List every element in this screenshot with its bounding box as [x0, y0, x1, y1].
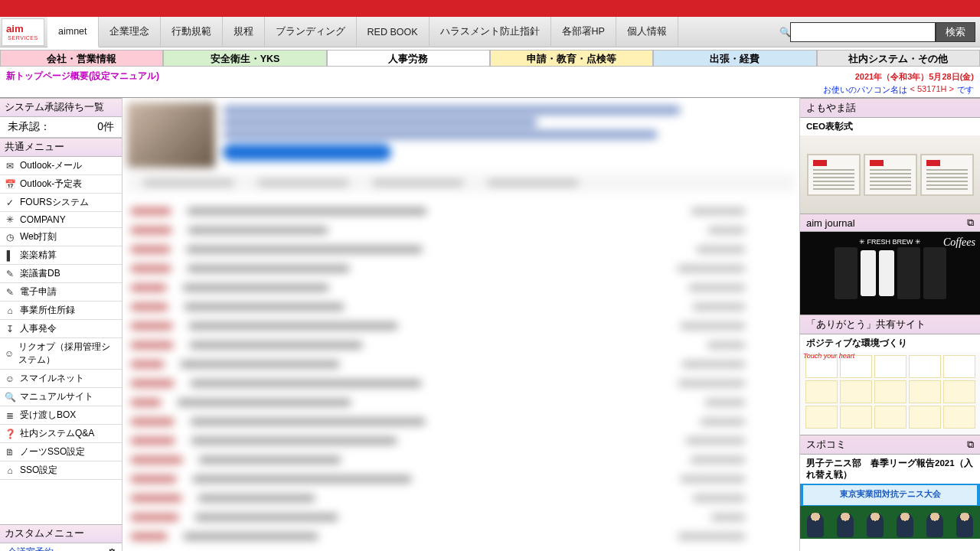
menu-icon: ✳ — [5, 214, 15, 225]
menu-icon: ✎ — [5, 287, 15, 298]
box-yomoyama-image[interactable] — [800, 135, 980, 214]
menu-icon: 🔍 — [5, 392, 15, 403]
common-menu-list: ✉Outlook-メール📅Outlook-予定表✓FOURSシステム✳COMPA… — [0, 157, 122, 480]
menu-icon: ✎ — [5, 269, 15, 279]
box-journal-header[interactable]: aim journal ⧉ — [800, 214, 980, 232]
box-sports-sub[interactable]: 男子テニス部 春季リーグ報告2021（入れ替え戦） — [800, 455, 980, 484]
cat-hr[interactable]: 人事労務 — [327, 50, 490, 67]
avatar — [127, 103, 215, 168]
cat-application[interactable]: 申請・教育・点検等 — [490, 50, 653, 67]
common-menu-item[interactable]: ▌楽楽精算 — [0, 246, 122, 265]
custom-menu-item[interactable]: 会議室予約 — [0, 543, 122, 551]
menu-icon: ✓ — [5, 197, 15, 208]
nav-tab-dept-hp[interactable]: 各部署HP — [551, 17, 616, 47]
search-button[interactable]: 検索 — [936, 22, 975, 42]
nav-tab-regulations[interactable]: 規程 — [223, 17, 265, 47]
pcname-value: < 53171H > — [910, 84, 955, 96]
menu-label: SSO設定 — [20, 464, 57, 477]
menu-icon: 🗎 — [5, 447, 15, 458]
custom-menu-header: カスタムメニュー — [0, 524, 122, 543]
cat-safety-yks[interactable]: 安全衛生・YKS — [163, 50, 326, 67]
box-yomoyama-header[interactable]: よもやま話 — [800, 98, 980, 118]
menu-label: 楽楽精算 — [20, 249, 57, 262]
left-column: システム承認待ち一覧 未承認： 0件 共通メニュー ✉Outlook-メール📅O… — [0, 98, 122, 551]
box-sports-header[interactable]: スポコミ ⧉ — [800, 435, 980, 455]
nav-tab-harassment[interactable]: ハラスメント防止指針 — [430, 17, 551, 47]
nav-tab-personal-info[interactable]: 個人情報 — [616, 17, 678, 47]
common-menu-item[interactable]: ☺リクオプ（採用管理システム） — [0, 338, 122, 370]
nav-tab-branding[interactable]: ブランディング — [265, 17, 357, 47]
box-sports-image[interactable]: 東京実業団対抗テニス大会 — [800, 484, 980, 539]
menu-label: Web打刻 — [20, 230, 57, 243]
coffee-brand: Coffees — [943, 236, 975, 249]
common-menu-item[interactable]: ✓FOURSシステム — [0, 194, 122, 212]
top-red-bar — [0, 0, 980, 17]
external-icon[interactable]: ⧉ — [967, 217, 974, 229]
approval-count: 0件 — [97, 120, 114, 134]
main-content-blurred: /*rows rendered below*/ — [122, 98, 800, 551]
right-column: よもやま話 CEO表彰式 aim journal ⧉ ✳ FRESH BREW … — [800, 98, 980, 551]
external-icon[interactable]: ⧉ — [967, 439, 974, 451]
common-menu-item[interactable]: ✎楽議書DB — [0, 265, 122, 283]
search-input[interactable] — [790, 22, 936, 42]
menu-label: ノーツSSO設定 — [20, 445, 85, 458]
common-menu-item[interactable]: ✳COMPANY — [0, 212, 122, 228]
common-menu-item[interactable]: 🗎ノーツSSO設定 — [0, 443, 122, 461]
box-yomoyama-sub[interactable]: CEO表彰式 — [800, 118, 980, 135]
approval-row[interactable]: 未承認： 0件 — [0, 117, 122, 138]
menu-icon: ✉ — [5, 161, 15, 171]
box-arigato-header[interactable]: 「ありがとう」共有サイト — [800, 315, 980, 334]
menu-icon: ◷ — [5, 232, 15, 243]
common-menu-item[interactable]: ☺スマイルネット — [0, 370, 122, 388]
approval-label: 未承認： — [8, 120, 51, 134]
manual-link[interactable]: 新トップページ概要(設定マニュアル) — [0, 68, 165, 84]
menu-label: 電子申請 — [20, 285, 57, 298]
nav-tab-redbook[interactable]: RED BOOK — [357, 17, 430, 47]
menu-icon: ↧ — [5, 324, 15, 334]
cat-travel-expense[interactable]: 出張・経費 — [653, 50, 816, 67]
nav-tab-aimnet[interactable]: aimnet — [47, 17, 99, 47]
gear-icon[interactable]: ⚙ — [107, 546, 117, 551]
main-header: aim SERVICES aimnet 企業理念 行動規範 規程 ブランディング… — [0, 17, 980, 47]
common-menu-item[interactable]: ⌂SSO設定 — [0, 461, 122, 480]
menu-icon: 📅 — [5, 179, 15, 190]
box-arigato-sub[interactable]: ポジティブな環境づくり — [800, 334, 980, 352]
common-menu-item[interactable]: ⌂事業所住所録 — [0, 302, 122, 320]
logo[interactable]: aim SERVICES — [2, 18, 44, 46]
cat-internal-systems[interactable]: 社内システム・その他 — [817, 50, 980, 67]
menu-icon: ≣ — [5, 410, 15, 421]
common-menu-item[interactable]: 🔍マニュアルサイト — [0, 388, 122, 406]
common-menu-header: 共通メニュー — [0, 138, 122, 157]
menu-icon: ⌂ — [5, 305, 15, 316]
logo-subtext: SERVICES — [8, 35, 38, 41]
cat-company-sales[interactable]: 会社・営業情報 — [0, 50, 163, 67]
custom-menu-list: 会議室予約Web打刻本社事業部連絡先アークヒルズフロントタワー関連本社内線番号表 — [0, 543, 122, 551]
approval-header: システム承認待ち一覧 — [0, 98, 122, 117]
menu-icon: ☺ — [5, 348, 14, 359]
common-menu-item[interactable]: 📅Outlook-予定表 — [0, 175, 122, 194]
common-menu-item[interactable]: ◷Web打刻 — [0, 228, 122, 246]
menu-label: COMPANY — [20, 214, 66, 225]
menu-label: スマイルネット — [20, 372, 84, 385]
search-box: 🔍 検索 — [779, 22, 975, 42]
common-menu-item[interactable]: ✎電子申請 — [0, 283, 122, 302]
common-menu-item[interactable]: ❓社内システムQ&A — [0, 425, 122, 443]
menu-label: リクオプ（採用管理システム） — [18, 341, 117, 367]
nav-tab-conduct[interactable]: 行動規範 — [161, 17, 223, 47]
tennis-banner: 東京実業団対抗テニス大会 — [800, 488, 980, 500]
box-arigato-image[interactable] — [800, 352, 980, 435]
common-menu-item[interactable]: ↧人事発令 — [0, 320, 122, 338]
category-nav: 会社・営業情報 安全衛生・YKS 人事労務 申請・教育・点検等 出張・経費 社内… — [0, 50, 980, 67]
common-menu-item[interactable]: ≣受け渡しBOX — [0, 406, 122, 425]
menu-label: 楽議書DB — [20, 267, 60, 280]
svg-text:aim: aim — [6, 23, 24, 34]
menu-label: 事業所住所録 — [20, 304, 75, 317]
nav-tab-philosophy[interactable]: 企業理念 — [99, 17, 161, 47]
common-menu-item[interactable]: ✉Outlook-メール — [0, 157, 122, 175]
today-date: 2021年（令和3年）5月28日(金) — [855, 71, 974, 83]
box-journal-image[interactable]: ✳ FRESH BREW ✳ Coffees — [800, 232, 980, 315]
menu-label: Outlook-予定表 — [20, 178, 82, 191]
coffee-label: ✳ FRESH BREW ✳ — [859, 238, 921, 246]
menu-icon: ▌ — [5, 250, 15, 261]
search-icon: 🔍 — [779, 27, 790, 37]
